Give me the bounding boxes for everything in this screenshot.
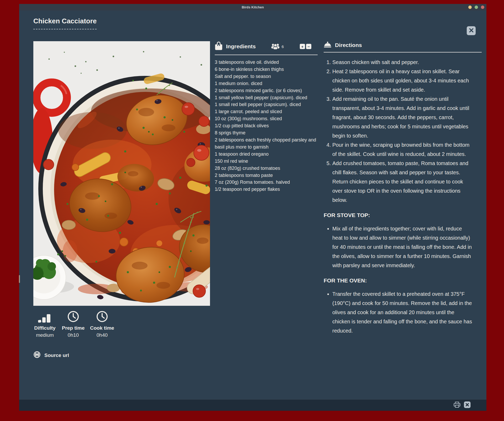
direction-step: Heat 2 tablespoons oil in a heavy cast i…: [332, 67, 473, 94]
directions-section: Directions Season chicken with salt and …: [324, 41, 482, 335]
close-icon: [464, 401, 471, 409]
ingredient-item: 2 tablespoons each freshly chopped parsl…: [215, 136, 317, 151]
prep-time-value: 0h10: [68, 332, 79, 338]
minimize-button[interactable]: [468, 6, 472, 9]
ingredients-header: Ingredients 6 + −: [215, 41, 318, 55]
print-button[interactable]: [453, 401, 461, 409]
difficulty-value: medium: [36, 332, 54, 338]
bottom-toolbar: [19, 399, 486, 411]
printer-icon: [453, 401, 461, 409]
ingredients-title: Ingredients: [226, 43, 256, 50]
ingredient-item: 1 teaspoon dried oregano: [215, 151, 317, 158]
directions-steps: Season chicken with salt and pepper. Hea…: [324, 58, 473, 205]
directions-header: Directions: [324, 41, 482, 52]
servings-group: 6: [271, 43, 284, 50]
difficulty-bars-icon: [38, 309, 52, 323]
ingredient-item: 10 oz (300g) mushrooms. sliced: [215, 115, 317, 122]
ingredient-item: 150 ml red wine: [215, 158, 317, 165]
recipe-meta: Difficulty medium Prep time 0h10 Cook ti…: [33, 309, 114, 338]
ingredient-item: 7 oz (200g) Roma tomatoes. halved: [215, 179, 317, 186]
ingredient-item: 1/2 cup pitted black olives: [215, 122, 317, 129]
page-title: Chicken Cacciatore: [33, 17, 97, 29]
ingredient-item: 1 large carrot. peeled and sliced: [215, 108, 317, 115]
direction-step: Add remaining oil to the pan. Sauté the …: [332, 94, 473, 140]
difficulty-meta: Difficulty medium: [33, 309, 56, 338]
close-viewer-button[interactable]: [464, 401, 471, 409]
stove-top-heading: FOR STOVE TOP:: [324, 212, 473, 218]
decrease-servings-button[interactable]: −: [306, 44, 311, 49]
source-url-label: Source url: [44, 352, 69, 358]
scrollbar-thumb[interactable]: [19, 275, 20, 283]
source-url-link[interactable]: Source url: [33, 351, 69, 360]
maximize-button[interactable]: [475, 6, 478, 9]
directions-title: Directions: [335, 42, 362, 48]
directions-body: Season chicken with salt and pepper. Hea…: [324, 58, 473, 335]
close-icon: [469, 28, 474, 34]
prep-time-meta: Prep time 0h10: [62, 309, 85, 338]
direction-bullet: Transfer the covered skillet to a prehea…: [332, 290, 473, 335]
ingredient-item: 3 tablespoons olive oil. divided: [215, 59, 317, 66]
stove-top-instructions: Mix all of the ingredients together; cov…: [324, 224, 473, 270]
desktop: { "window": { "title": "Birds Kitchen" }…: [0, 0, 504, 421]
ingredients-section: Ingredients 6 + − 3 tablespoons olive oi: [215, 41, 318, 193]
ingredient-item: 8 sprigs thyme: [215, 129, 317, 136]
recipe-photo: [33, 41, 210, 306]
ingredient-item: 2 tablespoons tomato paste: [215, 172, 317, 179]
close-window-button[interactable]: [481, 6, 484, 9]
increase-servings-button[interactable]: +: [300, 44, 305, 49]
difficulty-label: Difficulty: [34, 325, 55, 331]
clock-icon: [67, 309, 79, 323]
clock-icon: [96, 309, 108, 323]
people-icon: [271, 43, 280, 50]
servings-count: 6: [282, 44, 284, 49]
cook-time-meta: Cook time 0h40: [90, 309, 114, 338]
ingredient-item: Salt and pepper. to season: [215, 73, 317, 80]
ingredient-item: 1/2 teaspoon red pepper flakes: [215, 186, 317, 193]
ingredient-item: 2 tablespoons minced garlic. (or 6 clove…: [215, 87, 317, 94]
direction-step: Pour in the wine, scraping up browned bi…: [332, 140, 473, 159]
ingredients-list: 3 tablespoons olive oil. divided 6 bone-…: [215, 59, 317, 193]
cook-time-label: Cook time: [90, 325, 114, 331]
ingredient-item: 1 small red bell pepper (capsicum). dice…: [215, 101, 317, 108]
direction-bullet: Mix all of the ingredients together; cov…: [332, 224, 473, 270]
shopping-bag-icon: [215, 41, 223, 51]
ingredient-item: 6 bone-in skinless chicken thighs: [215, 66, 317, 73]
close-recipe-button[interactable]: [467, 26, 476, 35]
window-title: Birds Kitchen: [242, 5, 264, 9]
oven-instructions: Transfer the covered skillet to a prehea…: [324, 290, 473, 335]
servings-controls: + −: [300, 44, 311, 49]
ingredient-item: 28 oz (820g) crushed tomatoes: [215, 165, 317, 172]
cook-time-value: 0h40: [97, 332, 108, 338]
titlebar: Birds Kitchen: [19, 4, 486, 10]
cloche-icon: [324, 41, 332, 49]
globe-icon: [33, 351, 41, 360]
direction-step: Add crushed tomatoes, tomato paste, Roma…: [332, 159, 473, 205]
oven-heading: FOR THE OVEN:: [324, 277, 473, 284]
app-window: Birds Kitchen Chicken Cacciatore: [19, 4, 486, 411]
ingredient-item: 1 small yellow bell pepper (capsicum). d…: [215, 94, 317, 101]
ingredient-item: 1 medium onion. diced: [215, 80, 317, 87]
direction-step: Season chicken with salt and pepper.: [332, 58, 473, 67]
prep-time-label: Prep time: [62, 325, 85, 331]
window-controls: [468, 6, 484, 9]
